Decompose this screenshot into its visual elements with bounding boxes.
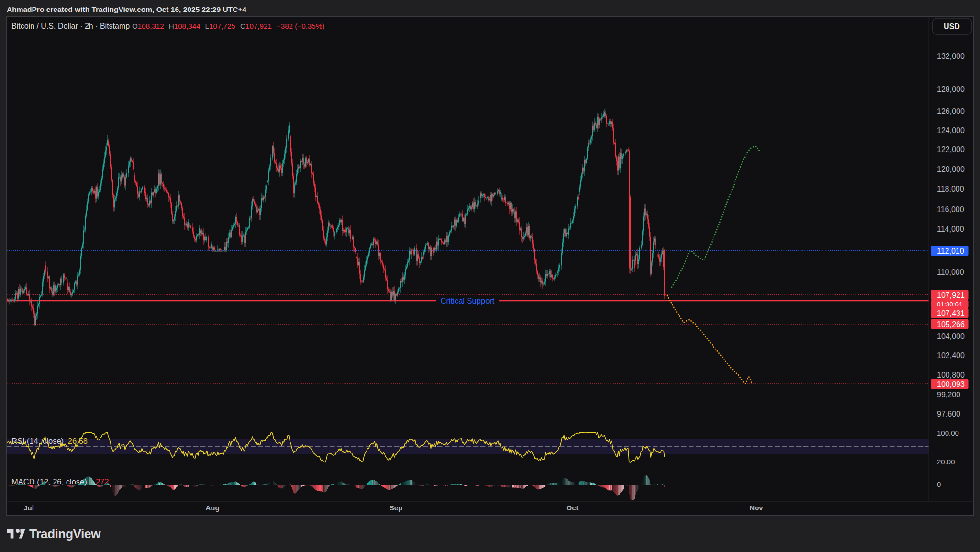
svg-text:Jul: Jul xyxy=(23,504,34,512)
svg-text:MACD (12, 26, close) −272: MACD (12, 26, close) −272 xyxy=(11,477,109,486)
svg-text:100,800: 100,800 xyxy=(937,371,965,379)
svg-text:118,000: 118,000 xyxy=(937,185,964,193)
svg-text:Nov: Nov xyxy=(749,504,763,512)
svg-text:100,093: 100,093 xyxy=(937,380,965,388)
svg-text:0: 0 xyxy=(937,480,941,488)
svg-text:128,000: 128,000 xyxy=(937,85,965,93)
svg-text:Aug: Aug xyxy=(205,504,219,512)
svg-text:124,000: 124,000 xyxy=(937,126,965,135)
svg-text:97,600: 97,600 xyxy=(937,410,960,418)
svg-text:105,266: 105,266 xyxy=(937,320,965,328)
svg-text:99,200: 99,200 xyxy=(937,391,960,399)
svg-text:Oct: Oct xyxy=(566,504,578,512)
svg-text:Critical Support: Critical Support xyxy=(441,296,495,305)
svg-text:20.00: 20.00 xyxy=(937,458,955,466)
svg-text:TradingView: TradingView xyxy=(29,527,101,541)
svg-text:120,000: 120,000 xyxy=(937,165,965,173)
svg-text:122,000: 122,000 xyxy=(937,146,965,154)
svg-text:132,000: 132,000 xyxy=(937,52,965,60)
svg-text:104,000: 104,000 xyxy=(937,332,965,340)
svg-text:USD: USD xyxy=(944,23,960,31)
svg-text:Sep: Sep xyxy=(390,504,403,512)
svg-text:112,010: 112,010 xyxy=(937,247,964,255)
svg-text:126,000: 126,000 xyxy=(937,107,965,115)
svg-text:116,000: 116,000 xyxy=(937,205,964,214)
svg-text:01:30:04: 01:30:04 xyxy=(937,301,962,308)
svg-text:O108,312H108,344L107,725C107,9: O108,312H108,344L107,725C107,921−382 (−0… xyxy=(132,22,324,30)
svg-text:110,000: 110,000 xyxy=(937,268,964,276)
svg-text:114,000: 114,000 xyxy=(937,225,964,233)
svg-text:107,921: 107,921 xyxy=(937,291,965,299)
svg-text:RSI (14, close) 26.58: RSI (14, close) 26.58 xyxy=(11,437,88,445)
svg-text:Bitcoin / U.S. Dollar · 2h · B: Bitcoin / U.S. Dollar · 2h · Bitstamp xyxy=(11,22,130,30)
svg-text:107,431: 107,431 xyxy=(937,309,965,317)
svg-text:AhmadPro created with TradingV: AhmadPro created with TradingView.com, O… xyxy=(7,5,246,13)
svg-text:100.00: 100.00 xyxy=(937,429,959,437)
svg-text:102,400: 102,400 xyxy=(937,351,965,360)
